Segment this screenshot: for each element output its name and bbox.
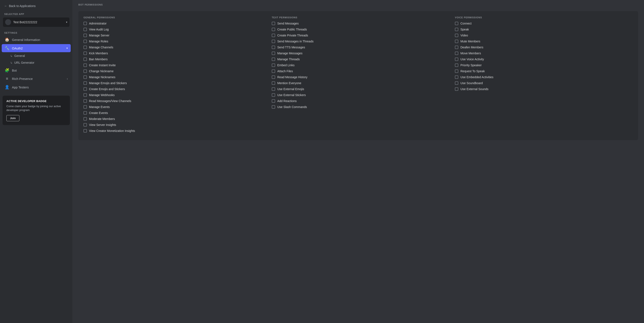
perm-checkbox-view-audit-log[interactable] [84, 28, 87, 31]
perm-checkbox-view-server-insights[interactable] [84, 123, 87, 127]
perm-checkbox-manage-threads[interactable] [272, 58, 275, 61]
perm-checkbox-kick-members[interactable] [84, 52, 87, 55]
dev-badge-title: ACTIVE DEVELOPER BADGE [6, 100, 66, 103]
app-selector[interactable]: Test Bot22222222 ▾ [3, 18, 70, 27]
perm-label-create-instant-invite: Create Instant Invite [89, 64, 116, 67]
perm-item-manage-webhooks: Manage Webhooks [84, 93, 264, 97]
perm-checkbox-move-members[interactable] [455, 52, 458, 55]
back-to-applications-link[interactable]: ← Back to Applications [0, 4, 72, 11]
sidebar-item-bot[interactable]: 🧩 Bot [2, 66, 71, 74]
home-icon: 🏠 [5, 37, 9, 42]
sidebar-item-label: App Testers [12, 85, 68, 89]
perm-item-read-message-history: Read Message History [272, 75, 447, 79]
perm-label-use-external-stickers: Use External Stickers [277, 93, 306, 97]
perm-checkbox-manage-server[interactable] [84, 34, 87, 37]
sidebar-sub-label: General [14, 54, 25, 58]
perm-item-administrator: Administrator [84, 22, 264, 25]
perm-checkbox-mute-members[interactable] [455, 40, 458, 43]
puzzle-icon: 🧩 [5, 68, 9, 73]
perm-checkbox-manage-nicknames[interactable] [84, 75, 87, 79]
perm-label-manage-webhooks: Manage Webhooks [89, 93, 114, 97]
perm-checkbox-use-external-emojis[interactable] [272, 87, 275, 91]
page-title: BOT PERMISSIONS [78, 4, 638, 6]
page-header: BOT PERMISSIONS [72, 0, 644, 9]
perm-item-change-nickname: Change Nickname [84, 70, 264, 73]
perm-checkbox-speak[interactable] [455, 28, 458, 31]
perm-checkbox-use-voice-activity[interactable] [455, 58, 458, 61]
sidebar-item-general-sub[interactable]: ↳ General [2, 53, 71, 59]
perm-label-manage-channels: Manage Channels [89, 46, 113, 49]
perm-checkbox-video[interactable] [455, 34, 458, 37]
perm-checkbox-manage-webhooks[interactable] [84, 93, 87, 97]
perm-checkbox-add-reactions[interactable] [272, 99, 275, 103]
perm-checkbox-manage-roles[interactable] [84, 40, 87, 43]
perm-checkbox-use-external-stickers[interactable] [272, 93, 275, 97]
perm-item-add-reactions: Add Reactions [272, 99, 447, 103]
perm-checkbox-use-slash-commands[interactable] [272, 105, 275, 109]
perm-item-manage-roles: Manage Roles [84, 40, 264, 43]
dev-badge-description: Come claim your badge by joining our act… [6, 104, 66, 112]
perm-label-request-to-speak: Request To Speak [460, 70, 485, 73]
perm-checkbox-manage-messages[interactable] [272, 52, 275, 55]
chevron-icon: › [67, 77, 68, 80]
sidebar-item-label: General Information [12, 38, 68, 42]
perm-label-add-reactions: Add Reactions [277, 99, 297, 103]
perm-checkbox-use-embedded-activities[interactable] [455, 75, 458, 79]
perm-item-create-instant-invite: Create Instant Invite [84, 64, 264, 67]
chevron-icon: ▾ [66, 47, 68, 50]
perm-checkbox-use-external-sounds[interactable] [455, 87, 458, 91]
perm-label-use-embedded-activities: Use Embedded Activities [460, 75, 494, 79]
perm-item-moderate-members: Moderate Members [84, 117, 264, 121]
perm-checkbox-connect[interactable] [455, 22, 458, 25]
perm-item-priority-speaker: Priority Speaker [455, 64, 630, 67]
sidebar-item-oauth2[interactable]: 🔧 OAuth2 ▾ [2, 44, 71, 52]
perm-checkbox-priority-speaker[interactable] [455, 64, 458, 67]
perm-checkbox-moderate-members[interactable] [84, 117, 87, 121]
perm-checkbox-deafen-members[interactable] [455, 46, 458, 49]
text-permissions-column: TEXT PERMISSIONS Send Messages Create Pu… [267, 16, 450, 135]
sidebar-item-app-testers[interactable]: 👤 App Testers [2, 83, 71, 91]
perm-item-manage-channels: Manage Channels [84, 46, 264, 49]
perm-checkbox-create-emojis-stickers[interactable] [84, 87, 87, 91]
perm-checkbox-administrator[interactable] [84, 22, 87, 25]
perm-checkbox-send-messages[interactable] [272, 22, 275, 25]
perm-checkbox-request-to-speak[interactable] [455, 70, 458, 73]
selected-app-label: SELECTED APP [0, 11, 72, 16]
sidebar-item-label: Bot [12, 69, 68, 72]
permissions-container: GENERAL PERMISSIONS Administrator View A… [78, 11, 638, 140]
general-permissions-title: GENERAL PERMISSIONS [84, 16, 264, 19]
perm-checkbox-ban-members[interactable] [84, 58, 87, 61]
perm-checkbox-send-tts-messages[interactable] [272, 46, 275, 49]
perm-checkbox-manage-emojis-stickers[interactable] [84, 81, 87, 85]
perm-checkbox-create-private-threads[interactable] [272, 34, 275, 37]
perm-checkbox-embed-links[interactable] [272, 64, 275, 67]
sidebar-item-url-generator[interactable]: ↳ URL Generator [2, 60, 71, 66]
perm-label-speak: Speak [460, 28, 469, 31]
perm-item-use-embedded-activities: Use Embedded Activities [455, 75, 630, 79]
perm-checkbox-mention-everyone[interactable] [272, 81, 275, 85]
perm-checkbox-manage-events[interactable] [84, 105, 87, 109]
perm-item-use-external-emojis: Use External Emojis [272, 87, 447, 91]
perm-item-kick-members: Kick Members [84, 52, 264, 55]
perm-checkbox-manage-channels[interactable] [84, 46, 87, 49]
perm-checkbox-use-soundboard[interactable] [455, 81, 458, 85]
back-link-label: Back to Applications [9, 4, 36, 8]
wrench-icon: 🔧 [5, 46, 9, 51]
app-name: Test Bot22222222 [13, 21, 64, 24]
perm-checkbox-read-messages-view-channels[interactable] [84, 99, 87, 103]
perm-label-ban-members: Ban Members [89, 58, 108, 61]
perm-checkbox-attach-files[interactable] [272, 70, 275, 73]
perm-item-request-to-speak: Request To Speak [455, 70, 630, 73]
dev-badge-card: ACTIVE DEVELOPER BADGE Come claim your b… [2, 96, 70, 125]
perm-checkbox-create-instant-invite[interactable] [84, 64, 87, 67]
perm-checkbox-change-nickname[interactable] [84, 70, 87, 73]
sidebar-item-rich-presence[interactable]: ≡ Rich Presence › [2, 75, 71, 83]
join-button[interactable]: Join [6, 115, 20, 121]
perm-checkbox-read-message-history[interactable] [272, 75, 275, 79]
perm-checkbox-send-messages-in-threads[interactable] [272, 40, 275, 43]
sidebar-item-general-information[interactable]: 🏠 General Information [2, 36, 71, 44]
perm-item-use-soundboard: Use Soundboard [455, 81, 630, 85]
perm-checkbox-create-events[interactable] [84, 111, 87, 115]
perm-checkbox-view-creator-monetization[interactable] [84, 129, 87, 133]
perm-checkbox-create-public-threads[interactable] [272, 28, 275, 31]
